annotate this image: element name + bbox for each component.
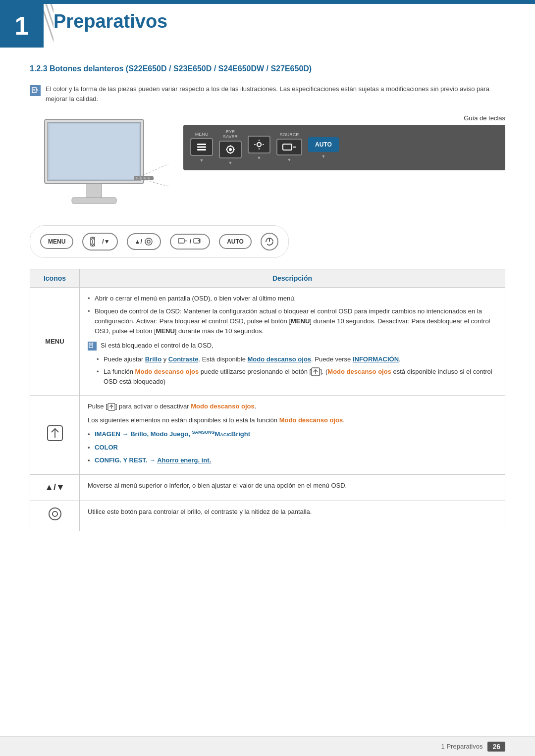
svg-point-55	[53, 511, 57, 516]
bottom-buttons-row: MENU /▼ ▲/ /	[30, 225, 289, 258]
menu-btn-group: MENU ▼	[190, 132, 213, 163]
source-btn-label-top: SOURCE	[280, 133, 299, 138]
svg-rect-11	[72, 198, 116, 203]
svg-point-16	[148, 177, 150, 180]
icon-cell-target	[30, 501, 80, 531]
sub-bullet-1: Puede ajustar Brillo y Contraste. Está d…	[97, 354, 497, 364]
source-btn-group: SOURCE ▼	[276, 133, 302, 162]
desc-cell-eyesaver: Pulse [] para activar o desactivar Modo …	[80, 396, 505, 475]
source-round-btn[interactable]: /	[170, 234, 210, 250]
eye-saver-btn-arrow: ▼	[228, 160, 233, 165]
eyesaver-list-1: IMAGEN → Brillo, Modo Juego, SAMSUNGMagi…	[88, 429, 497, 439]
svg-rect-45	[89, 343, 93, 348]
target-desc: Utilice este botón para controlar el bri…	[88, 507, 497, 517]
icon-cell-eyesaver	[30, 396, 80, 475]
menu-icon-label: MENU	[45, 338, 64, 345]
top-bar	[0, 0, 535, 4]
auto-btn-icon[interactable]: AUTO	[308, 137, 339, 152]
brightness-btn-group: ▼	[248, 135, 270, 160]
power-round-btn[interactable]	[261, 233, 278, 251]
svg-rect-34	[283, 144, 292, 150]
eyesaver-list-2: COLOR	[88, 443, 497, 453]
svg-rect-10	[87, 184, 102, 199]
svg-rect-3	[32, 88, 36, 93]
inline-note-text-menu: Si está bloqueado el control de la OSD,	[101, 341, 214, 351]
menu-btn-label-top: MENU	[195, 132, 209, 137]
svg-line-51	[55, 429, 58, 432]
table-row: ▲/▼ Moverse al menú superior o inferior,…	[30, 475, 505, 501]
key-guide-label: Guía de teclas	[183, 114, 505, 122]
icon-cell-menu: MENU	[30, 288, 80, 396]
desc-cell-nav: Moverse al menú superior o inferior, o b…	[80, 475, 505, 501]
svg-rect-21	[197, 149, 206, 151]
col-icons-header: Iconos	[30, 269, 80, 288]
menu-desc-item-1: Abrir o cerrar el menú en pantalla (OSD)…	[88, 294, 497, 303]
auto-btn-arrow: ▼	[321, 154, 325, 159]
menu-btn-arrow: ▼	[200, 158, 204, 163]
eye-saver-btn-icon[interactable]	[219, 141, 242, 158]
svg-rect-19	[197, 144, 206, 145]
key-guide-buttons-row: MENU ▼ EYESAVER	[183, 125, 505, 170]
eyesaver-desc-1: Pulse [] para activar o desactivar Modo …	[88, 402, 497, 411]
sub-bullet-2: La función Modo descanso ojos puede util…	[97, 367, 497, 387]
nav-icon-label: ▲/▼	[45, 482, 65, 492]
source-btn-arrow: ▼	[287, 157, 292, 162]
svg-rect-40	[178, 239, 184, 243]
menu-round-btn[interactable]: MENU	[40, 234, 73, 249]
svg-point-15	[144, 177, 146, 180]
footer: 1 Preparativos 26	[0, 736, 535, 756]
monitor-diagram-area: Guía de teclas MENU ▼ EY	[30, 114, 505, 213]
note-icon	[30, 85, 41, 96]
section-heading: 1.2.3 Botones delanteros (S22E650D / S23…	[30, 64, 505, 75]
icon-cell-nav: ▲/▼	[30, 475, 80, 501]
svg-line-1	[46, 4, 54, 48]
diagonal-lines-decoration	[44, 4, 54, 48]
nav-desc: Moverse al menú superior o inferior, o b…	[88, 481, 497, 491]
eye-saver-btn-group: EYESAVER ▼	[219, 130, 242, 165]
inline-note-icon-menu	[88, 342, 97, 351]
svg-point-54	[49, 508, 61, 520]
footer-section-name: 1 Preparativos	[441, 743, 483, 750]
svg-rect-20	[197, 146, 206, 148]
note-box: El color y la forma de las piezas pueden…	[30, 84, 505, 103]
svg-point-38	[145, 238, 152, 245]
table-row: MENU Abrir o cerrar el menú en pantalla …	[30, 288, 505, 396]
brightness-btn-arrow: ▼	[257, 155, 262, 160]
auto-round-btn[interactable]: AUTO	[219, 234, 252, 249]
eye-saver-btn-label-top: EYESAVER	[223, 130, 238, 140]
icon-table: Iconos Descripción MENU Abrir o cerrar e…	[30, 269, 505, 531]
auto-btn-group: AUTO ▼	[308, 136, 339, 159]
svg-point-23	[229, 148, 232, 151]
desc-cell-menu: Abrir o cerrar el menú en pantalla (OSD)…	[80, 288, 505, 396]
chapter-number-box: 1	[0, 4, 44, 48]
col-desc-header: Descripción	[80, 269, 505, 288]
nav-round-btn[interactable]: /▼	[82, 233, 117, 251]
inline-note-menu: Si está bloqueado el control de la OSD,	[88, 341, 497, 351]
desc-cell-target: Utilice este botón para controlar el bri…	[80, 501, 505, 531]
table-row: Utilice este botón para controlar el bri…	[30, 501, 505, 531]
svg-point-28	[257, 143, 261, 147]
menu-desc-item-2: Bloqueo de control de la OSD: Mantener l…	[88, 306, 497, 336]
chapter-number: 1	[15, 11, 29, 41]
brightness-btn-icon[interactable]	[248, 136, 270, 153]
menu-btn-icon[interactable]	[190, 138, 213, 156]
chapter-title: Preparativos	[54, 11, 167, 32]
key-guide-panel: Guía de teclas MENU ▼ EY	[183, 114, 505, 170]
footer-page-number: 26	[487, 742, 505, 752]
table-row: Pulse [] para activar o desactivar Modo …	[30, 396, 505, 475]
note-text: El color y la forma de las piezas pueden…	[46, 84, 505, 103]
eyesaver-list-3: CONFIG. Y REST. → Ahorro energ. int.	[88, 455, 497, 465]
svg-rect-9	[50, 124, 139, 179]
svg-point-39	[147, 240, 150, 243]
eyesaver-desc-2: Los siguientes elementos no están dispon…	[88, 415, 497, 425]
up-round-btn[interactable]: ▲/	[127, 233, 161, 250]
monitor-illustration	[30, 114, 168, 213]
source-btn-icon[interactable]	[276, 139, 302, 155]
